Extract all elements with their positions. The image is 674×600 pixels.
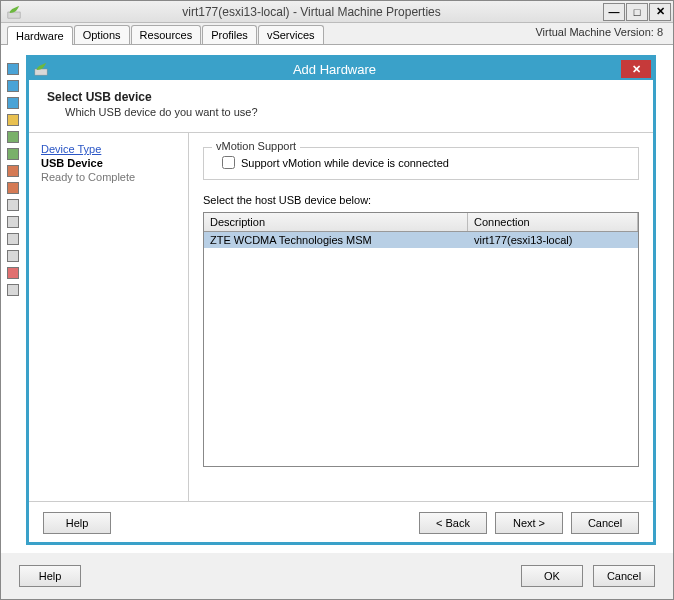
tab-options[interactable]: Options	[74, 25, 130, 44]
device-icon	[7, 165, 19, 177]
device-icon	[7, 63, 19, 75]
tab-resources[interactable]: Resources	[131, 25, 202, 44]
vsphere-icon	[7, 5, 21, 19]
dialog-titlebar: Add Hardware ✕	[29, 58, 653, 80]
col-header-connection[interactable]: Connection	[468, 213, 638, 231]
maximize-button[interactable]: □	[626, 3, 648, 21]
dialog-cancel-button[interactable]: Cancel	[571, 512, 639, 534]
vmotion-checkbox-label: Support vMotion while device is connecte…	[241, 157, 449, 169]
parent-controls: — □ ✕	[602, 3, 671, 21]
device-icon	[7, 114, 19, 126]
device-icon	[7, 284, 19, 296]
vmotion-groupbox: vMotion Support Support vMotion while de…	[203, 147, 639, 180]
dialog-header: Select USB device Which USB device do yo…	[29, 80, 653, 133]
usb-row-description: ZTE WCDMA Technologies MSM	[204, 232, 468, 248]
parent-titlebar: virt177(esxi13-local) - Virtual Machine …	[1, 1, 673, 23]
device-icon	[7, 216, 19, 228]
step-usb-device: USB Device	[41, 157, 176, 169]
parent-help-button[interactable]: Help	[19, 565, 81, 587]
parent-cancel-button[interactable]: Cancel	[593, 565, 655, 587]
parent-window-title: virt177(esxi13-local) - Virtual Machine …	[21, 5, 602, 19]
tab-profiles[interactable]: Profiles	[202, 25, 257, 44]
dialog-footer: Help < Back Next > Cancel	[29, 501, 653, 543]
tab-hardware[interactable]: Hardware	[7, 26, 73, 45]
usb-table-row[interactable]: ZTE WCDMA Technologies MSM virt177(esxi1…	[204, 232, 638, 248]
hardware-device-icons	[7, 63, 21, 296]
dialog-close-button[interactable]: ✕	[621, 60, 651, 78]
device-icon	[7, 267, 19, 279]
dialog-next-button[interactable]: Next >	[495, 512, 563, 534]
device-icon	[7, 148, 19, 160]
step-device-type[interactable]: Device Type	[41, 143, 176, 155]
device-icon	[7, 182, 19, 194]
vmotion-checkbox[interactable]	[222, 156, 235, 169]
dialog-header-subtitle: Which USB device do you want to use?	[65, 106, 637, 118]
usb-device-table: Description Connection ZTE WCDMA Technol…	[203, 212, 639, 467]
vm-version-label: Virtual Machine Version: 8	[535, 26, 663, 38]
dialog-body: Device Type USB Device Ready to Complete…	[29, 133, 653, 501]
add-hardware-dialog: Add Hardware ✕ Select USB device Which U…	[26, 55, 656, 545]
usb-row-connection: virt177(esxi13-local)	[468, 232, 638, 248]
svg-rect-1	[35, 69, 47, 75]
parent-ok-button[interactable]: OK	[521, 565, 583, 587]
dialog-title: Add Hardware	[48, 62, 621, 77]
wizard-steps: Device Type USB Device Ready to Complete	[29, 133, 189, 501]
dialog-back-button[interactable]: < Back	[419, 512, 487, 534]
parent-footer: Help OK Cancel	[1, 561, 673, 591]
close-button[interactable]: ✕	[649, 3, 671, 21]
vmotion-legend: vMotion Support	[212, 140, 300, 152]
device-icon	[7, 97, 19, 109]
svg-rect-0	[8, 12, 20, 18]
parent-tabs: Hardware Options Resources Profiles vSer…	[1, 23, 673, 45]
dialog-header-title: Select USB device	[47, 90, 637, 104]
device-icon	[7, 233, 19, 245]
dialog-help-button[interactable]: Help	[43, 512, 111, 534]
device-icon	[7, 131, 19, 143]
device-icon	[7, 250, 19, 262]
usb-table-header: Description Connection	[204, 213, 638, 232]
select-usb-label: Select the host USB device below:	[203, 194, 639, 206]
step-ready-to-complete: Ready to Complete	[41, 171, 176, 183]
vsphere-icon	[34, 62, 48, 76]
device-icon	[7, 80, 19, 92]
tab-vservices[interactable]: vServices	[258, 25, 324, 44]
col-header-description[interactable]: Description	[204, 213, 468, 231]
wizard-content: vMotion Support Support vMotion while de…	[189, 133, 653, 501]
minimize-button[interactable]: —	[603, 3, 625, 21]
device-icon	[7, 199, 19, 211]
